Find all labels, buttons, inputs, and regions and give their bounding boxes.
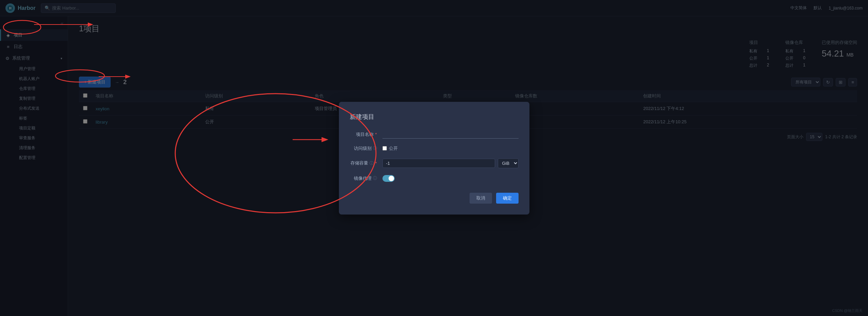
form-group-proxy: 镜像代理 ⓘ (350, 175, 519, 182)
cancel-button[interactable]: 取消 (470, 193, 492, 204)
proxy-label: 镜像代理 ⓘ (350, 175, 377, 181)
form-group-access: 访问级别 ⓘ 公开 (350, 145, 519, 152)
project-name-label-text: 项目名称 (356, 131, 374, 138)
required-marker: * (375, 132, 377, 137)
proxy-toggle[interactable] (382, 175, 395, 182)
access-info-icon[interactable]: ⓘ (373, 145, 377, 151)
form-group-project-name: 项目名称 * (350, 130, 519, 139)
storage-required-marker: * (375, 161, 377, 166)
project-name-input[interactable] (382, 130, 519, 139)
storage-label-text: 存储容量 (350, 160, 368, 166)
public-access-label-text: 公开 (389, 145, 398, 152)
access-checkbox-label[interactable]: 公开 (382, 145, 398, 152)
project-name-label: 项目名称 * (350, 131, 377, 138)
storage-info-icon[interactable]: ⓘ (370, 160, 374, 166)
storage-input-row: GiB TiB MiB (382, 158, 519, 168)
storage-capacity-input[interactable] (382, 159, 495, 168)
confirm-button[interactable]: 确定 (496, 193, 519, 204)
modal-footer: 取消 确定 (350, 193, 519, 204)
storage-label: 存储容量 ⓘ * (350, 160, 377, 166)
public-access-checkbox[interactable] (382, 146, 387, 151)
form-group-storage: 存储容量 ⓘ * GiB TiB MiB (350, 158, 519, 168)
access-label-text: 访问级别 (354, 145, 372, 152)
new-project-modal: 新建项目 项目名称 * 访问级别 ⓘ 公开 存储容量 ⓘ (339, 102, 529, 215)
access-label: 访问级别 ⓘ (350, 145, 377, 152)
modal-overlay[interactable]: 新建项目 项目名称 * 访问级别 ⓘ 公开 存储容量 ⓘ (0, 0, 868, 316)
storage-unit-select[interactable]: GiB TiB MiB (498, 158, 519, 168)
proxy-info-icon[interactable]: ⓘ (373, 175, 377, 181)
proxy-label-text: 镜像代理 (354, 175, 372, 181)
modal-title: 新建项目 (350, 113, 519, 121)
